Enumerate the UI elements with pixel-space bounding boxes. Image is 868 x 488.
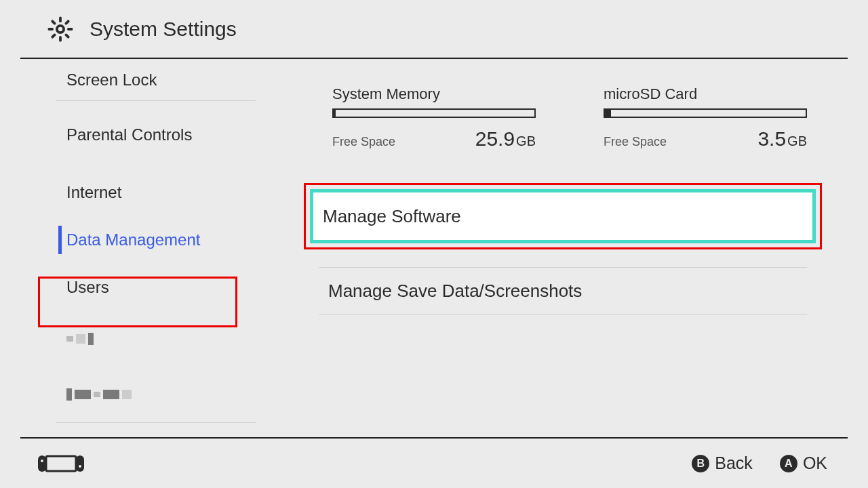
sidebar-item-screen-lock[interactable]: Screen Lock [0,60,278,100]
storage-meter [604,108,807,118]
storage-title: System Memory [332,85,536,103]
menu-item-label: Manage Software [323,206,461,227]
storage-microsd: microSD Card Free Space 3.5GB [604,85,807,150]
sidebar-item-obscured[interactable] [0,367,278,422]
header: System Settings [20,0,848,59]
gear-icon [47,16,73,42]
storage-system-memory: System Memory Free Space 25.9GB [332,85,536,150]
page-title: System Settings [90,18,237,41]
storage-row: System Memory Free Space 25.9GB microSD … [278,60,848,150]
sidebar: Screen Lock Parental Controls Internet D… [0,60,278,435]
svg-line-6 [66,35,68,37]
storage-meter-fill [334,110,336,117]
svg-rect-10 [76,455,84,472]
sidebar-item-parental-controls[interactable]: Parental Controls [0,101,278,169]
svg-line-7 [52,35,54,37]
svg-line-5 [52,21,54,23]
sidebar-item-internet[interactable]: Internet [0,169,278,216]
annotation-highlight-box: Manage Software [304,183,822,249]
b-button-icon: B [692,455,709,472]
svg-line-8 [66,21,68,23]
storage-meter [332,108,536,118]
menu-item-manage-software[interactable]: Manage Software [310,189,816,243]
divider [56,422,256,423]
footer-buttons: B Back A OK [692,453,827,473]
svg-point-12 [41,460,43,462]
sidebar-item-users[interactable]: Users [0,264,278,311]
svg-point-13 [79,465,81,468]
ok-button[interactable]: A OK [780,453,827,473]
free-space-label: Free Space [332,135,395,149]
sidebar-item-label: Screen Lock [66,70,157,89]
free-space-value: 3.5 [757,127,786,150]
sidebar-item-obscured[interactable] [0,311,278,367]
back-label: Back [715,453,753,473]
menu-item-label: Manage Save Data/Screenshots [328,281,582,302]
svg-rect-11 [46,456,76,471]
sidebar-item-data-management[interactable]: Data Management [0,216,278,264]
main-panel: System Memory Free Space 25.9GB microSD … [278,60,848,435]
back-button[interactable]: B Back [692,453,753,473]
controller-icon [37,453,85,474]
a-button-icon: A [780,455,797,472]
sidebar-item-label: Internet [66,183,121,202]
svg-point-0 [57,25,64,32]
sidebar-item-label: Parental Controls [66,125,192,144]
sidebar-item-label: Users [66,278,109,297]
divider [319,314,807,314]
free-space-value: 25.9 [475,127,515,150]
ok-label: OK [803,453,827,473]
footer: B Back A OK [20,437,848,488]
storage-title: microSD Card [604,85,807,103]
svg-rect-9 [38,455,46,472]
sidebar-item-label: Data Management [66,230,200,249]
free-space-unit: GB [516,134,536,148]
storage-meter-fill [605,110,611,117]
free-space-unit: GB [787,134,807,148]
menu-item-manage-save-data[interactable]: Manage Save Data/Screenshots [278,268,848,314]
free-space-label: Free Space [604,135,667,149]
